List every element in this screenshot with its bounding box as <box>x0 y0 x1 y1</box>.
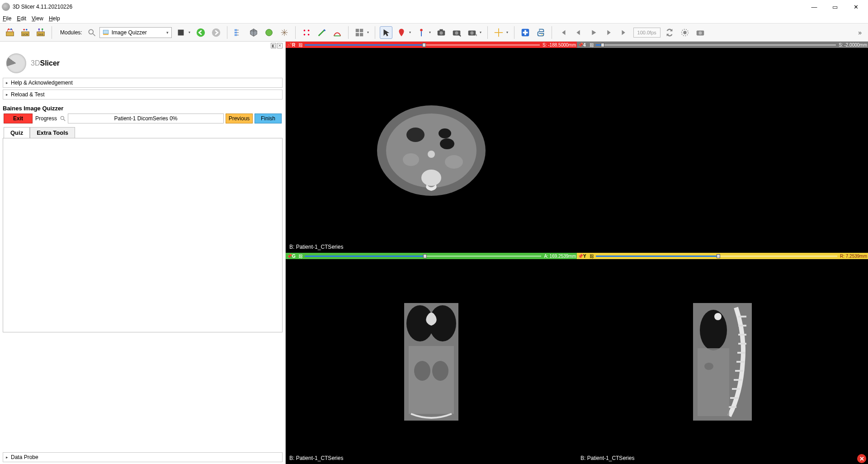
toolbar-separator <box>487 26 488 39</box>
toolbar-overflow-icon[interactable]: » <box>858 29 864 36</box>
fiducial-tool[interactable]: ▾ <box>395 26 412 39</box>
scene-tree-button[interactable] <box>232 26 245 39</box>
svg-point-24 <box>303 33 305 35</box>
svg-point-44 <box>539 30 540 31</box>
slice-slider[interactable] <box>596 254 837 258</box>
search-icon[interactable] <box>60 115 66 122</box>
maximize-button[interactable]: ▭ <box>825 0 845 14</box>
tab-body <box>3 138 283 332</box>
record-settings-button[interactable] <box>679 26 691 39</box>
svg-point-58 <box>403 153 419 166</box>
pin-icon[interactable]: 📌 <box>578 43 582 47</box>
slice-slider[interactable] <box>305 254 541 258</box>
slice-slider[interactable] <box>305 43 540 47</box>
markups-button[interactable] <box>300 26 313 39</box>
minimize-button[interactable]: — <box>804 0 825 14</box>
svg-point-6 <box>26 28 28 30</box>
fps-display[interactable]: 100.0fps <box>633 28 660 38</box>
slice-slider[interactable] <box>596 43 836 47</box>
close-window-button[interactable]: ✕ <box>845 0 866 14</box>
svg-rect-30 <box>360 33 363 36</box>
models-button[interactable] <box>263 26 275 39</box>
svg-point-79 <box>700 310 727 350</box>
load-data-button[interactable] <box>4 26 16 39</box>
svg-rect-64 <box>409 346 454 414</box>
crosshair-tool[interactable]: ▾ <box>492 26 509 39</box>
svg-line-12 <box>93 33 95 36</box>
transforms-button[interactable] <box>278 26 291 39</box>
slice-view-red[interactable]: 📌 R ⛓ S: -188.5000mm <box>286 42 577 253</box>
segment-editor-button[interactable] <box>316 26 328 39</box>
record-prev-button[interactable] <box>572 26 585 39</box>
cursor-tool-button[interactable] <box>380 26 392 39</box>
scene-view-button[interactable] <box>450 26 463 39</box>
svg-point-16 <box>197 28 205 36</box>
triangle-right-icon: ▸ <box>6 80 8 85</box>
module-selector[interactable]: Image Quizzer ▾ <box>99 27 172 38</box>
menu-view[interactable]: View <box>32 15 43 22</box>
link-icon[interactable]: ⛓ <box>298 43 304 47</box>
segmentation-threshold-button[interactable] <box>331 26 344 39</box>
previous-button[interactable]: Previous <box>226 114 253 123</box>
data-probe-section[interactable]: ▸ Data Probe <box>3 452 283 462</box>
link-icon[interactable]: ⛓ <box>298 254 304 259</box>
record-loop-button[interactable] <box>663 26 676 39</box>
slice-header-gray[interactable]: 📌 4 ⛓ S: -2.0000mm <box>577 42 868 48</box>
ct-coronal-image <box>404 303 458 421</box>
volume-rendering-button[interactable] <box>247 26 260 39</box>
slice-view-gray[interactable]: 📌 4 ⛓ S: -2.0000mm <box>577 42 868 253</box>
save-button[interactable]: SAVE <box>34 26 47 39</box>
empty-view <box>577 48 868 253</box>
record-snapshot-button[interactable] <box>694 26 707 39</box>
error-status-icon[interactable]: ✕ <box>857 454 866 463</box>
slice-header-green[interactable]: 📌 G ⛓ A: 169.2539mm <box>286 253 577 259</box>
record-last-button[interactable] <box>618 26 631 39</box>
svg-point-31 <box>420 28 423 31</box>
link-icon[interactable]: ⛓ <box>590 43 595 47</box>
help-acknowledgement-section[interactable]: ▸ Help & Acknowledgement <box>3 78 283 88</box>
svg-rect-29 <box>355 33 359 36</box>
tab-quiz[interactable]: Quiz <box>4 127 30 138</box>
crosshair-visibility[interactable]: +▾ <box>466 26 483 39</box>
menu-help[interactable]: Help <box>49 15 60 22</box>
exit-button[interactable]: Exit <box>4 114 33 123</box>
slicer-logo-text: 3DSlicer <box>31 59 60 67</box>
nav-forward-button[interactable] <box>210 26 222 39</box>
title-bar: 3D Slicer 4.11.20210226 — ▭ ✕ <box>0 0 868 14</box>
svg-point-50 <box>61 116 64 119</box>
tab-extra-tools[interactable]: Extra Tools <box>30 127 75 138</box>
reload-test-section[interactable]: ▸ Reload & Test <box>3 90 283 99</box>
app-icon <box>2 3 10 11</box>
pin-icon[interactable]: 📌 <box>287 254 291 259</box>
module-history-button[interactable]: ▾ <box>175 26 192 39</box>
record-next-button[interactable] <box>603 26 615 39</box>
svg-point-45 <box>541 34 542 35</box>
screenshot-button[interactable] <box>435 26 448 39</box>
svg-point-57 <box>421 170 441 186</box>
finish-button[interactable]: Finish <box>255 114 282 123</box>
module-search-icon[interactable] <box>87 28 97 38</box>
nav-back-button[interactable] <box>194 26 207 39</box>
python-console-button[interactable] <box>534 26 547 39</box>
slice-viewers: 📌 R ⛓ S: -188.5000mm <box>286 42 868 464</box>
record-play-button[interactable] <box>587 26 600 39</box>
module-selected-name: Image Quizzer <box>112 29 147 36</box>
slice-header-yellow[interactable]: 📌 Y ⛓ R: 7.2539mm <box>577 253 868 259</box>
slice-header-red[interactable]: 📌 R ⛓ S: -188.5000mm <box>286 42 577 48</box>
svg-text:SAVE: SAVE <box>38 33 43 35</box>
slice-view-green[interactable]: 📌 G ⛓ A: 169.2539mm <box>286 253 577 464</box>
svg-rect-13 <box>103 30 108 33</box>
menu-file[interactable]: File <box>3 15 11 22</box>
panel-popout-icon[interactable]: ◧ <box>271 43 276 48</box>
extension-manager-button[interactable] <box>519 26 532 39</box>
slice-view-yellow[interactable]: 📌 Y ⛓ R: 7.2539mm <box>577 253 868 464</box>
layout-selector[interactable]: ▾ <box>353 26 370 39</box>
pin-icon[interactable]: 📌 <box>287 43 291 47</box>
load-dicom-button[interactable]: DCM <box>19 26 32 39</box>
pin-icon[interactable]: 📌 <box>578 254 582 259</box>
link-icon[interactable]: ⛓ <box>590 254 595 259</box>
record-first-button[interactable] <box>557 26 569 39</box>
ruler-tool[interactable]: ▾ <box>415 26 432 39</box>
panel-close-icon[interactable]: ✕ <box>277 43 283 48</box>
menu-edit[interactable]: Edit <box>17 15 26 22</box>
